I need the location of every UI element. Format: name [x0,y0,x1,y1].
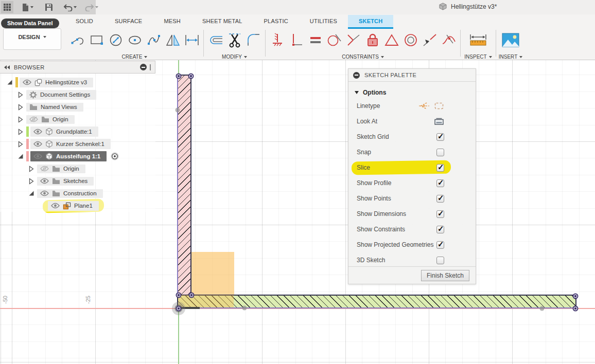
tree-row-kurzer-schenkel-1[interactable]: Kurzer Schenkel:1 [0,138,155,150]
construction-plane-face[interactable] [191,252,234,295]
horizontal-vertical-constraint-icon[interactable] [287,30,306,50]
trim-tool-icon[interactable] [225,30,244,50]
file-menu-button[interactable] [21,2,34,13]
insert-image-icon[interactable] [498,30,523,50]
dimension-tool-icon[interactable] [182,30,201,50]
finish-sketch-button[interactable]: Finish Sketch [421,270,469,281]
tab-sheet-metal[interactable]: SHEET METAL [191,15,253,29]
tree-item-construction[interactable]: Construction [37,189,103,198]
expand-node-icon[interactable] [28,166,34,172]
slice-checkbox[interactable] [436,164,444,172]
midpoint-marker[interactable] [176,108,180,113]
tree-item-origin[interactable]: Origin [26,115,75,124]
tree-item-sketches[interactable]: Sketches [37,177,94,186]
tab-plastic[interactable]: PLASTIC [253,15,299,29]
tab-mesh[interactable]: MESH [153,15,191,29]
visibility-eye-icon[interactable] [40,190,49,196]
show-projected-geometries-checkbox[interactable] [436,241,444,249]
circle-tool-icon[interactable] [106,30,125,50]
midpoint-marker[interactable] [540,306,545,311]
collapse-node-icon[interactable] [17,153,24,159]
design-workspace-dropdown[interactable]: DESIGN [3,28,61,50]
linetype-centerline-icon[interactable] [418,102,430,110]
midpoint-marker[interactable] [242,306,247,311]
vertical-profile-hatched[interactable] [177,75,191,296]
expand-node-icon[interactable] [28,178,34,185]
tree-row-grundplatte-1[interactable]: Grundplatte:1 [0,125,155,138]
tree-item-origin[interactable]: Origin [37,165,85,173]
linetype-construction-icon[interactable] [434,102,444,110]
symmetry-constraint-icon[interactable] [420,30,439,50]
measure-icon[interactable] [463,30,494,50]
fillet-tool-icon[interactable] [244,30,263,50]
sketch-vertex[interactable] [573,294,579,299]
save-button[interactable] [44,2,54,12]
visibility-eye-off-icon[interactable] [40,166,49,172]
app-launcher-button[interactable] [1,1,13,13]
sketch-vertex[interactable] [176,74,182,79]
collapse-node-icon[interactable] [28,190,34,196]
tree-item-grundplatte-1[interactable]: Grundplatte:1 [30,126,98,137]
insert-dropdown[interactable]: INSERT [499,54,523,60]
tree-row-origin[interactable]: Origin [0,162,155,175]
create-dropdown[interactable]: CREATE [122,54,148,60]
visibility-eye-icon[interactable] [33,153,42,159]
tree-row-named-views[interactable]: Named Views [0,101,155,113]
tree-item-hellingst-tze-v3[interactable]: Hellingstütze v3 [20,78,93,87]
visibility-eye-off-icon[interactable] [29,116,38,122]
perpendicular-constraint-icon[interactable] [344,30,363,50]
tab-solid[interactable]: SOLID [65,15,104,29]
show-data-panel-button[interactable]: Show Data Panel [1,19,59,28]
collapse-node-icon[interactable] [6,79,13,85]
tree-row-aussteifung-1-1[interactable]: Aussteifung 1:1 [0,150,155,162]
ellipse-tool-icon[interactable] [125,30,144,50]
origin-point[interactable] [176,306,182,312]
tab-utilities[interactable]: UTILITIES [299,15,348,29]
visibility-eye-icon[interactable] [40,178,49,184]
3d-sketch-checkbox[interactable] [436,257,444,264]
expand-node-icon[interactable] [17,116,24,123]
panel-resize-handle[interactable] [150,64,151,70]
rectangle-tool-icon[interactable] [87,30,106,50]
tree-item-plane1[interactable]: Plane1 [48,201,99,211]
lock-constraint-icon[interactable] [363,30,382,50]
tree-item-named-views[interactable]: Named Views [26,103,83,112]
options-section-toggle[interactable]: Options [348,82,476,98]
activate-component-radio[interactable] [111,152,119,160]
sketch-vertex[interactable] [573,306,579,312]
sketch-vertex[interactable] [188,74,194,79]
polygon-constraint-icon[interactable] [382,30,401,50]
minimize-panel-icon[interactable] [140,64,147,70]
tree-row-sketches[interactable]: Sketches [0,175,155,187]
expand-node-icon[interactable] [17,104,24,111]
tree-row-hellingst-tze-v3[interactable]: Hellingstütze v3 [0,76,155,88]
visibility-eye-icon[interactable] [51,203,60,209]
constraints-dropdown[interactable]: CONSTRAINTS [342,54,384,60]
tree-row-document-settings[interactable]: Document Settings [0,88,155,101]
expand-node-icon[interactable] [17,92,24,98]
curvature-constraint-icon[interactable] [439,30,458,50]
visibility-eye-icon[interactable] [33,129,42,135]
tangent-constraint-icon[interactable] [325,30,344,50]
tree-row-construction[interactable]: Construction [0,187,155,199]
look-at-icon[interactable] [434,118,444,125]
concentric-constraint-icon[interactable] [401,30,420,50]
arc-tool-icon[interactable] [68,30,87,50]
sketch-vertex[interactable] [189,293,195,298]
inspect-dropdown[interactable]: INSPECT [464,54,492,60]
collapse-panel-icon[interactable] [4,65,10,69]
tree-item-document-settings[interactable]: Document Settings [26,90,96,100]
expand-node-icon[interactable] [17,129,24,135]
tree-row-origin[interactable]: Origin [0,113,155,125]
show-constraints-checkbox[interactable] [436,226,444,233]
mirror-tool-icon[interactable] [163,30,182,50]
show-profile-checkbox[interactable] [436,179,444,187]
modify-dropdown[interactable]: MODIFY [222,54,247,60]
tab-surface[interactable]: SURFACE [104,15,153,29]
tree-row-plane1[interactable]: Plane1 [0,199,155,212]
minimize-palette-icon[interactable] [353,72,360,79]
redo-button[interactable] [84,3,99,12]
tree-item-aussteifung-1-1[interactable]: Aussteifung 1:1 [30,151,107,161]
sketch-grid-checkbox[interactable] [436,133,444,141]
spline-tool-icon[interactable] [144,30,163,50]
